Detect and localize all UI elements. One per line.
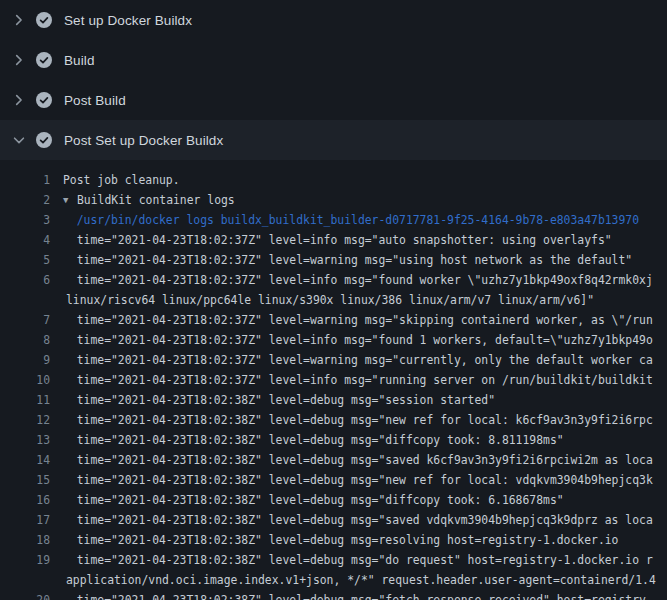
log-line-number[interactable]: 16 — [0, 490, 50, 510]
log-row: 16 time="2021-04-23T18:02:38Z" level=deb… — [0, 490, 667, 510]
log-line-text: time="2021-04-23T18:02:38Z" level=debug … — [50, 510, 653, 530]
log-line-number[interactable]: 12 — [0, 410, 50, 430]
chevron-down-icon — [11, 132, 27, 148]
log-row: 20 time="2021-04-23T18:02:38Z" level=deb… — [0, 590, 667, 600]
log-line-text: time="2021-04-23T18:02:38Z" level=debug … — [50, 430, 564, 450]
log-line-number[interactable]: 9 — [0, 350, 50, 370]
log-line-text: time="2021-04-23T18:02:37Z" level=info m… — [50, 370, 653, 390]
log-row: 11 time="2021-04-23T18:02:38Z" level=deb… — [0, 390, 667, 410]
log-lines: 1Post job cleanup.2▼BuildKit container l… — [0, 160, 667, 600]
log-line-text: time="2021-04-23T18:02:38Z" level=debug … — [50, 490, 564, 510]
step-row-post-build[interactable]: Post Build — [0, 80, 667, 120]
log-row-wrapped: linux/riscv64 linux/ppc64le linux/s390x … — [0, 290, 667, 310]
log-line-text: time="2021-04-23T18:02:38Z" level=debug … — [50, 450, 653, 470]
steps-list: Set up Docker Buildx Build Post Build Po… — [0, 0, 667, 160]
log-line-text: time="2021-04-23T18:02:37Z" level=info m… — [50, 330, 653, 350]
log-row: 19 time="2021-04-23T18:02:38Z" level=deb… — [0, 550, 667, 570]
log-row: 3 /usr/bin/docker logs buildx_buildkit_b… — [0, 210, 667, 230]
log-row: 17 time="2021-04-23T18:02:38Z" level=deb… — [0, 510, 667, 530]
log-command-text: /usr/bin/docker logs buildx_buildkit_bui… — [50, 210, 639, 230]
log-line-number[interactable]: 14 — [0, 450, 50, 470]
log-line-number[interactable]: 6 — [0, 270, 50, 290]
log-line-text: time="2021-04-23T18:02:37Z" level=warnin… — [50, 350, 653, 370]
triangle-down-icon: ▼ — [63, 190, 77, 210]
log-line-number[interactable]: 1 — [0, 170, 50, 190]
step-row-post-set-up-docker-buildx[interactable]: Post Set up Docker Buildx — [0, 120, 667, 160]
check-circle-icon — [36, 52, 52, 68]
chevron-right-icon — [11, 52, 27, 68]
log-line-text: time="2021-04-23T18:02:37Z" level=warnin… — [50, 250, 632, 270]
log-group-line: ▼BuildKit container logs — [50, 190, 235, 210]
log-line-number[interactable]: 11 — [0, 390, 50, 410]
log-row: 7 time="2021-04-23T18:02:37Z" level=warn… — [0, 310, 667, 330]
log-line-number[interactable]: 3 — [0, 210, 50, 230]
step-row-set-up-docker-buildx[interactable]: Set up Docker Buildx — [0, 0, 667, 40]
step-label: Post Build — [64, 93, 126, 108]
log-line-text: time="2021-04-23T18:02:38Z" level=debug … — [50, 390, 495, 410]
log-row: 10 time="2021-04-23T18:02:37Z" level=inf… — [0, 370, 667, 390]
log-row: 4 time="2021-04-23T18:02:37Z" level=info… — [0, 230, 667, 250]
log-line-text: time="2021-04-23T18:02:37Z" level=info m… — [50, 270, 653, 290]
log-line-number[interactable]: 2 — [0, 190, 50, 210]
log-row: 15 time="2021-04-23T18:02:38Z" level=deb… — [0, 470, 667, 490]
log-line-number[interactable]: 4 — [0, 230, 50, 250]
log-row: 6 time="2021-04-23T18:02:37Z" level=info… — [0, 270, 667, 290]
check-circle-icon — [36, 92, 52, 108]
log-line-text: Post job cleanup. — [50, 170, 180, 190]
step-label: Post Set up Docker Buildx — [64, 133, 223, 148]
log-row: 14 time="2021-04-23T18:02:38Z" level=deb… — [0, 450, 667, 470]
log-line-number — [0, 570, 50, 590]
step-row-build[interactable]: Build — [0, 40, 667, 80]
log-row-wrapped: application/vnd.oci.image.index.v1+json,… — [0, 570, 667, 590]
log-line-number[interactable]: 19 — [0, 550, 50, 570]
log-row: 2▼BuildKit container logs — [0, 190, 667, 210]
log-line-text: time="2021-04-23T18:02:37Z" level=warnin… — [50, 310, 653, 330]
log-line-text: time="2021-04-23T18:02:38Z" level=debug … — [50, 470, 653, 490]
log-line-number — [0, 290, 50, 310]
log-line-number[interactable]: 20 — [0, 590, 50, 600]
log-group-toggle[interactable]: BuildKit container logs — [77, 193, 235, 207]
log-row: 13 time="2021-04-23T18:02:38Z" level=deb… — [0, 430, 667, 450]
log-row: 18 time="2021-04-23T18:02:38Z" level=deb… — [0, 530, 667, 550]
log-line-number[interactable]: 15 — [0, 470, 50, 490]
log-line-number[interactable]: 5 — [0, 250, 50, 270]
log-line-text: time="2021-04-23T18:02:38Z" level=debug … — [50, 550, 653, 570]
log-row: 9 time="2021-04-23T18:02:37Z" level=warn… — [0, 350, 667, 370]
log-line-text: time="2021-04-23T18:02:38Z" level=debug … — [50, 530, 618, 550]
log-line-text: time="2021-04-23T18:02:38Z" level=debug … — [50, 590, 653, 600]
log-row: 5 time="2021-04-23T18:02:37Z" level=warn… — [0, 250, 667, 270]
log-line-text: application/vnd.oci.image.index.v1+json,… — [50, 570, 656, 590]
chevron-right-icon — [11, 12, 27, 28]
log-row: 1Post job cleanup. — [0, 170, 667, 190]
log-line-text: time="2021-04-23T18:02:37Z" level=info m… — [50, 230, 612, 250]
step-label: Build — [64, 53, 95, 68]
step-label: Set up Docker Buildx — [64, 13, 192, 28]
log-line-number[interactable]: 18 — [0, 530, 50, 550]
check-circle-icon — [36, 132, 52, 148]
check-circle-icon — [36, 12, 52, 28]
log-line-text: linux/riscv64 linux/ppc64le linux/s390x … — [50, 290, 594, 310]
log-line-number[interactable]: 7 — [0, 310, 50, 330]
actions-log-viewer: { "colors": { "background": "#161a20", "… — [0, 0, 667, 600]
log-line-number[interactable]: 13 — [0, 430, 50, 450]
log-row: 12 time="2021-04-23T18:02:38Z" level=deb… — [0, 410, 667, 430]
log-line-number[interactable]: 10 — [0, 370, 50, 390]
log-line-number[interactable]: 17 — [0, 510, 50, 530]
log-line-text: time="2021-04-23T18:02:38Z" level=debug … — [50, 410, 653, 430]
chevron-right-icon — [11, 92, 27, 108]
log-line-number[interactable]: 8 — [0, 330, 50, 350]
log-row: 8 time="2021-04-23T18:02:37Z" level=info… — [0, 330, 667, 350]
